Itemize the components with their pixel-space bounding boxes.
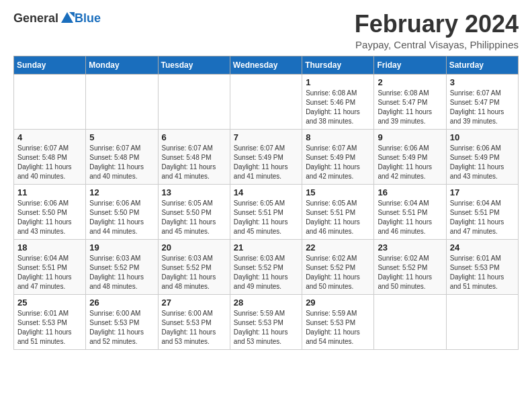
week-row-1: 1Sunrise: 6:08 AMSunset: 5:46 PMDaylight… bbox=[14, 74, 519, 129]
day-detail: Sunrise: 6:00 AMSunset: 5:53 PMDaylight:… bbox=[162, 309, 226, 347]
calendar-cell bbox=[86, 74, 158, 129]
day-detail: Sunrise: 6:04 AMSunset: 5:51 PMDaylight:… bbox=[450, 199, 515, 236]
calendar-cell: 21Sunrise: 6:03 AMSunset: 5:52 PMDayligh… bbox=[230, 239, 302, 294]
calendar-cell: 27Sunrise: 6:00 AMSunset: 5:53 PMDayligh… bbox=[158, 294, 230, 349]
day-detail: Sunrise: 5:59 AMSunset: 5:53 PMDaylight:… bbox=[306, 309, 370, 347]
week-row-2: 4Sunrise: 6:07 AMSunset: 5:48 PMDaylight… bbox=[14, 129, 519, 184]
calendar-cell: 19Sunrise: 6:03 AMSunset: 5:52 PMDayligh… bbox=[86, 239, 158, 294]
location-title: Paypay, Central Visayas, Philippines bbox=[355, 39, 519, 50]
day-detail: Sunrise: 6:07 AMSunset: 5:48 PMDaylight:… bbox=[162, 144, 226, 181]
calendar-cell: 17Sunrise: 6:04 AMSunset: 5:51 PMDayligh… bbox=[446, 184, 518, 239]
day-number: 21 bbox=[234, 242, 298, 253]
weekday-header-wednesday: Wednesday bbox=[230, 56, 302, 74]
day-number: 24 bbox=[450, 242, 515, 253]
day-detail: Sunrise: 6:06 AMSunset: 5:49 PMDaylight:… bbox=[378, 144, 442, 181]
day-detail: Sunrise: 6:07 AMSunset: 5:47 PMDaylight:… bbox=[450, 89, 515, 126]
calendar-cell: 13Sunrise: 6:05 AMSunset: 5:50 PMDayligh… bbox=[158, 184, 230, 239]
day-number: 16 bbox=[378, 187, 442, 197]
day-number: 14 bbox=[234, 187, 298, 197]
day-number: 5 bbox=[89, 132, 154, 142]
calendar-cell bbox=[374, 294, 446, 349]
day-number: 23 bbox=[378, 242, 442, 253]
calendar-cell: 4Sunrise: 6:07 AMSunset: 5:48 PMDaylight… bbox=[14, 129, 86, 184]
day-number: 4 bbox=[17, 132, 82, 142]
weekday-header-sunday: Sunday bbox=[14, 56, 86, 74]
weekday-header-thursday: Thursday bbox=[302, 56, 374, 74]
day-detail: Sunrise: 6:06 AMSunset: 5:50 PMDaylight:… bbox=[17, 199, 82, 236]
day-number: 25 bbox=[17, 298, 82, 308]
day-number: 2 bbox=[378, 77, 442, 87]
day-number: 22 bbox=[306, 242, 370, 253]
day-detail: Sunrise: 6:01 AMSunset: 5:53 PMDaylight:… bbox=[450, 254, 515, 291]
day-detail: Sunrise: 6:03 AMSunset: 5:52 PMDaylight:… bbox=[234, 254, 298, 291]
day-number: 20 bbox=[162, 242, 226, 253]
calendar-cell: 25Sunrise: 6:01 AMSunset: 5:53 PMDayligh… bbox=[14, 294, 86, 349]
day-detail: Sunrise: 6:00 AMSunset: 5:53 PMDaylight:… bbox=[89, 309, 154, 347]
calendar-cell: 29Sunrise: 5:59 AMSunset: 5:53 PMDayligh… bbox=[302, 294, 374, 349]
calendar-cell bbox=[14, 74, 86, 129]
logo-icon bbox=[60, 11, 75, 26]
calendar-cell: 3Sunrise: 6:07 AMSunset: 5:47 PMDaylight… bbox=[446, 74, 518, 129]
calendar-cell: 10Sunrise: 6:06 AMSunset: 5:49 PMDayligh… bbox=[446, 129, 518, 184]
day-number: 29 bbox=[306, 298, 370, 308]
calendar-cell: 26Sunrise: 6:00 AMSunset: 5:53 PMDayligh… bbox=[86, 294, 158, 349]
day-detail: Sunrise: 6:02 AMSunset: 5:52 PMDaylight:… bbox=[378, 254, 442, 291]
day-number: 9 bbox=[378, 132, 442, 142]
calendar-cell: 8Sunrise: 6:07 AMSunset: 5:49 PMDaylight… bbox=[302, 129, 374, 184]
day-number: 13 bbox=[162, 187, 226, 197]
calendar-cell: 28Sunrise: 5:59 AMSunset: 5:53 PMDayligh… bbox=[230, 294, 302, 349]
day-number: 28 bbox=[234, 298, 298, 308]
calendar-cell: 24Sunrise: 6:01 AMSunset: 5:53 PMDayligh… bbox=[446, 239, 518, 294]
day-number: 18 bbox=[17, 242, 82, 253]
day-detail: Sunrise: 6:04 AMSunset: 5:51 PMDaylight:… bbox=[17, 254, 82, 291]
day-detail: Sunrise: 6:06 AMSunset: 5:50 PMDaylight:… bbox=[89, 199, 154, 236]
title-area: February 2024 Paypay, Central Visayas, P… bbox=[355, 11, 519, 50]
page-header: General Blue February 2024 Paypay, Centr… bbox=[13, 11, 519, 50]
logo-general: General bbox=[13, 11, 58, 26]
calendar-cell: 23Sunrise: 6:02 AMSunset: 5:52 PMDayligh… bbox=[374, 239, 446, 294]
calendar-cell: 6Sunrise: 6:07 AMSunset: 5:48 PMDaylight… bbox=[158, 129, 230, 184]
day-detail: Sunrise: 6:05 AMSunset: 5:50 PMDaylight:… bbox=[162, 199, 226, 236]
day-detail: Sunrise: 6:01 AMSunset: 5:53 PMDaylight:… bbox=[17, 309, 82, 347]
calendar-cell: 9Sunrise: 6:06 AMSunset: 5:49 PMDaylight… bbox=[374, 129, 446, 184]
day-detail: Sunrise: 6:06 AMSunset: 5:49 PMDaylight:… bbox=[450, 144, 515, 181]
header-row: SundayMondayTuesdayWednesdayThursdayFrid… bbox=[14, 56, 519, 74]
day-number: 7 bbox=[234, 132, 298, 142]
weekday-header-tuesday: Tuesday bbox=[158, 56, 230, 74]
day-detail: Sunrise: 6:07 AMSunset: 5:49 PMDaylight:… bbox=[234, 144, 298, 181]
calendar-cell: 15Sunrise: 6:05 AMSunset: 5:51 PMDayligh… bbox=[302, 184, 374, 239]
calendar-cell: 14Sunrise: 6:05 AMSunset: 5:51 PMDayligh… bbox=[230, 184, 302, 239]
day-number: 27 bbox=[162, 298, 226, 308]
svg-marker-1 bbox=[69, 12, 75, 17]
day-detail: Sunrise: 6:04 AMSunset: 5:51 PMDaylight:… bbox=[378, 199, 442, 236]
day-detail: Sunrise: 6:05 AMSunset: 5:51 PMDaylight:… bbox=[306, 199, 370, 236]
week-row-4: 18Sunrise: 6:04 AMSunset: 5:51 PMDayligh… bbox=[14, 239, 519, 294]
calendar-cell: 12Sunrise: 6:06 AMSunset: 5:50 PMDayligh… bbox=[86, 184, 158, 239]
day-detail: Sunrise: 6:05 AMSunset: 5:51 PMDaylight:… bbox=[234, 199, 298, 236]
day-number: 10 bbox=[450, 132, 515, 142]
logo-blue: Blue bbox=[75, 11, 101, 26]
calendar-cell bbox=[446, 294, 518, 349]
day-number: 12 bbox=[89, 187, 154, 197]
calendar-cell: 1Sunrise: 6:08 AMSunset: 5:46 PMDaylight… bbox=[302, 74, 374, 129]
month-title: February 2024 bbox=[355, 11, 519, 38]
week-row-5: 25Sunrise: 6:01 AMSunset: 5:53 PMDayligh… bbox=[14, 294, 519, 349]
logo: General Blue bbox=[13, 11, 101, 26]
day-detail: Sunrise: 6:07 AMSunset: 5:48 PMDaylight:… bbox=[17, 144, 82, 181]
day-detail: Sunrise: 5:59 AMSunset: 5:53 PMDaylight:… bbox=[234, 309, 298, 347]
day-number: 6 bbox=[162, 132, 226, 142]
calendar-cell: 22Sunrise: 6:02 AMSunset: 5:52 PMDayligh… bbox=[302, 239, 374, 294]
weekday-header-friday: Friday bbox=[374, 56, 446, 74]
day-number: 11 bbox=[17, 187, 82, 197]
calendar-cell: 18Sunrise: 6:04 AMSunset: 5:51 PMDayligh… bbox=[14, 239, 86, 294]
day-detail: Sunrise: 6:03 AMSunset: 5:52 PMDaylight:… bbox=[89, 254, 154, 291]
calendar-cell bbox=[158, 74, 230, 129]
calendar-cell: 7Sunrise: 6:07 AMSunset: 5:49 PMDaylight… bbox=[230, 129, 302, 184]
calendar-table: SundayMondayTuesdayWednesdayThursdayFrid… bbox=[13, 56, 519, 350]
calendar-cell: 20Sunrise: 6:03 AMSunset: 5:52 PMDayligh… bbox=[158, 239, 230, 294]
weekday-header-monday: Monday bbox=[86, 56, 158, 74]
day-number: 26 bbox=[89, 298, 154, 308]
day-detail: Sunrise: 6:02 AMSunset: 5:52 PMDaylight:… bbox=[306, 254, 370, 291]
day-number: 1 bbox=[306, 77, 370, 87]
day-number: 8 bbox=[306, 132, 370, 142]
